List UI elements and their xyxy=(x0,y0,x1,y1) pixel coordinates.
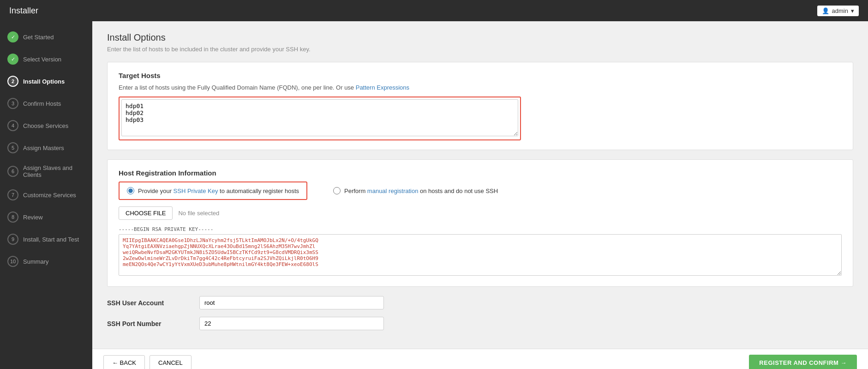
ssh-user-input[interactable] xyxy=(199,296,384,309)
content-area: Install Options Enter the list of hosts … xyxy=(92,21,868,369)
sidebar-label-assign-masters: Assign Masters xyxy=(23,145,64,151)
radio-options: Provide your SSH Private Key to automati… xyxy=(119,181,842,200)
sidebar-label-review: Review xyxy=(23,214,43,221)
user-icon: 👤 xyxy=(822,7,829,14)
host-registration-panel: Host Registration Information Provide yo… xyxy=(107,159,853,287)
sidebar-label-get-started: Get Started xyxy=(23,34,54,41)
header: Installer 👤 admin ▾ xyxy=(0,0,868,21)
step-circle-install-options: 2 xyxy=(7,76,18,87)
sidebar-item-confirm-hosts[interactable]: 3Confirm Hosts xyxy=(0,92,92,115)
pattern-expressions-link[interactable]: Pattern Expressions xyxy=(356,84,409,91)
ssh-key-option[interactable]: Provide your SSH Private Key to automati… xyxy=(119,181,307,200)
sidebar: ✓Get Started✓Select Version2Install Opti… xyxy=(0,21,92,369)
file-chooser-row: CHOOSE FILE No file selected xyxy=(119,206,842,220)
manual-registration-link[interactable]: manual registration xyxy=(367,188,419,194)
sidebar-item-install-options[interactable]: 2Install Options xyxy=(0,70,92,92)
sidebar-label-summary: Summary xyxy=(23,258,49,265)
sidebar-label-select-version: Select Version xyxy=(23,56,61,63)
hosts-textarea-wrapper: hdp01 hdp02 hdp03 xyxy=(119,97,521,140)
sidebar-item-customize-services[interactable]: 7Customize Services xyxy=(0,184,92,206)
sidebar-item-review[interactable]: 8Review xyxy=(0,206,92,228)
user-label: admin xyxy=(832,7,848,14)
target-hosts-desc-text: Enter a list of hosts using the Fully Qu… xyxy=(119,84,356,91)
content-body: Install Options Enter the list of hosts … xyxy=(92,21,868,349)
hosts-textarea[interactable]: hdp01 hdp02 hdp03 xyxy=(121,99,518,136)
sidebar-label-customize-services: Customize Services xyxy=(23,192,76,199)
ssh-key-area-wrapper: -----BEGIN RSA PRIVATE KEY----- MIIEpgIB… xyxy=(119,226,842,277)
sidebar-label-choose-services: Choose Services xyxy=(23,122,68,129)
footer: ← BACK CANCEL REGISTER AND CONFIRM → xyxy=(92,349,868,369)
step-circle-choose-services: 4 xyxy=(7,120,18,131)
file-name-label: No file selected xyxy=(178,210,219,217)
sidebar-item-choose-services[interactable]: 4Choose Services xyxy=(0,115,92,137)
ssh-key-header: -----BEGIN RSA PRIVATE KEY----- xyxy=(119,226,842,232)
sidebar-item-summary[interactable]: 10Summary xyxy=(0,250,92,272)
sidebar-item-select-version[interactable]: ✓Select Version xyxy=(0,48,92,70)
step-circle-confirm-hosts: 3 xyxy=(7,98,18,109)
target-hosts-desc: Enter a list of hosts using the Fully Qu… xyxy=(119,84,842,91)
sidebar-label-install-options: Install Options xyxy=(23,78,65,85)
register-confirm-button[interactable]: REGISTER AND CONFIRM → xyxy=(749,355,857,369)
ssh-key-textarea[interactable]: MIIEpgIBAAKCAQEA0Gse1DhzLJNaYcyhm2fsj5TL… xyxy=(119,234,842,276)
step-circle-customize-services: 7 xyxy=(7,189,18,200)
back-button[interactable]: ← BACK xyxy=(103,355,145,369)
step-circle-install-start-test: 9 xyxy=(7,234,18,245)
sidebar-label-assign-slaves: Assign Slaves and Clients xyxy=(23,164,85,178)
page-title: Install Options xyxy=(107,32,853,43)
ssh-key-radio[interactable] xyxy=(127,187,134,194)
step-circle-review: 8 xyxy=(7,212,18,223)
target-hosts-title: Target Hosts xyxy=(119,72,842,79)
ssh-private-key-link[interactable]: SSH Private Key xyxy=(174,188,218,194)
host-registration-title: Host Registration Information xyxy=(119,169,842,177)
app-title: Installer xyxy=(9,6,38,16)
ssh-user-label: SSH User Account xyxy=(107,299,190,307)
manual-reg-radio[interactable] xyxy=(333,187,341,194)
step-circle-assign-slaves: 6 xyxy=(7,166,18,177)
step-circle-summary: 10 xyxy=(7,256,18,267)
ssh-port-label: SSH Port Number xyxy=(107,320,190,327)
manual-reg-label: Perform manual registration on hosts and… xyxy=(344,188,498,194)
user-menu[interactable]: 👤 admin ▾ xyxy=(817,6,859,16)
sidebar-item-assign-slaves[interactable]: 6Assign Slaves and Clients xyxy=(0,159,92,184)
target-hosts-panel: Target Hosts Enter a list of hosts using… xyxy=(107,62,853,150)
sidebar-item-get-started[interactable]: ✓Get Started xyxy=(0,26,92,48)
ssh-user-row: SSH User Account xyxy=(107,296,853,309)
ssh-port-row: SSH Port Number xyxy=(107,317,853,330)
sidebar-label-install-start-test: Install, Start and Test xyxy=(23,236,79,243)
step-circle-assign-masters: 5 xyxy=(7,142,18,153)
choose-file-button[interactable]: CHOOSE FILE xyxy=(119,206,173,220)
main-container: ✓Get Started✓Select Version2Install Opti… xyxy=(0,21,868,369)
page-subtitle: Enter the list of hosts to be included i… xyxy=(107,46,853,53)
step-circle-select-version: ✓ xyxy=(7,54,18,65)
chevron-down-icon: ▾ xyxy=(851,7,854,14)
sidebar-item-assign-masters[interactable]: 5Assign Masters xyxy=(0,137,92,159)
sidebar-label-confirm-hosts: Confirm Hosts xyxy=(23,100,61,107)
manual-reg-option[interactable]: Perform manual registration on hosts and… xyxy=(326,182,505,199)
step-circle-get-started: ✓ xyxy=(7,31,18,42)
footer-left: ← BACK CANCEL xyxy=(103,355,192,369)
sidebar-item-install-start-test[interactable]: 9Install, Start and Test xyxy=(0,228,92,250)
ssh-port-input[interactable] xyxy=(199,317,384,330)
cancel-button[interactable]: CANCEL xyxy=(150,355,192,369)
ssh-key-label: Provide your SSH Private Key to automati… xyxy=(138,188,299,194)
